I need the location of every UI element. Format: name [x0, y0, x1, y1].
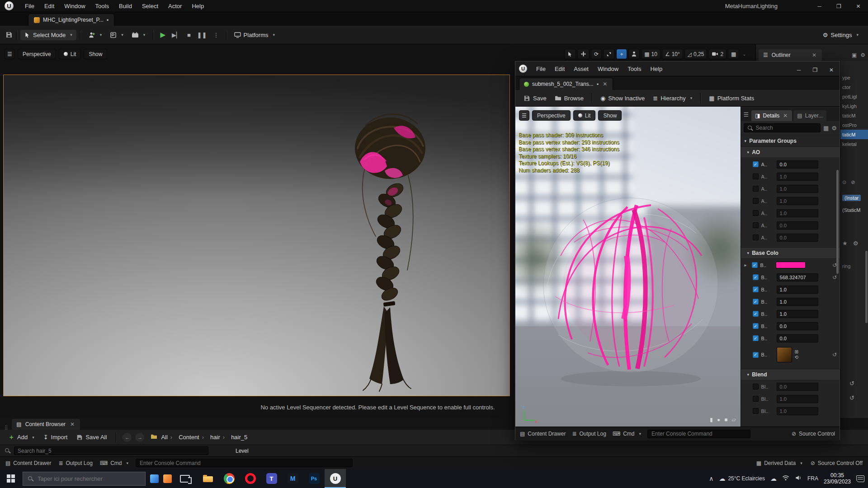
scale-snap-toggle[interactable]: ◿0,25 — [684, 49, 708, 59]
save-icon[interactable] — [5, 31, 13, 38]
tab-content-browser[interactable]: ▤ Content Browser ✕ — [12, 419, 80, 430]
show-button[interactable]: Show — [598, 110, 622, 121]
restore-icon[interactable]: ❐ — [829, 0, 849, 12]
favorite-star-icon[interactable]: ★ — [842, 240, 848, 247]
taskbar-app[interactable] — [218, 469, 240, 488]
group-header-ao[interactable]: ▾ AO — [741, 146, 840, 158]
select-mode-dropdown[interactable]: Select Mode ▾ — [20, 30, 76, 40]
parameter-groups-header[interactable]: ▾ Parameter Groups — [741, 135, 840, 146]
rotation-snap-value[interactable]: 10° — [672, 51, 680, 57]
cinematics-button[interactable]: ▾ — [127, 30, 150, 40]
parameter-search-input[interactable] — [756, 125, 817, 131]
scale-tool-icon[interactable] — [603, 49, 615, 59]
menu-item[interactable]: Window — [593, 61, 623, 76]
save-button[interactable]: Save — [520, 93, 550, 103]
settings-dropdown[interactable]: ⚙ Settings ▾ — [819, 30, 863, 40]
taskbar-search-input[interactable] — [38, 475, 141, 482]
show-button[interactable]: Show — [84, 49, 107, 59]
hierarchy-dropdown[interactable]: ≣ Hierarchy ▾ — [649, 93, 696, 103]
stop-icon[interactable]: ■ — [184, 32, 194, 38]
keyboard-language[interactable]: FRA — [807, 475, 818, 482]
rotate-tool-icon[interactable]: ⟳ — [591, 49, 602, 59]
group-header-base-color[interactable]: ▾ Base Colo — [741, 247, 840, 259]
task-view-icon[interactable] — [180, 475, 190, 483]
material-window-titlebar[interactable]: U FileEditAssetWindowToolsHelp ─ ❐ ✕ — [515, 61, 840, 76]
add-actor-button[interactable]: ▾ — [84, 30, 106, 40]
move-tool-icon[interactable] — [577, 49, 590, 59]
source-control-button[interactable]: ⊘ Source Control — [792, 431, 835, 437]
asset-search-box[interactable] — [14, 446, 208, 455]
reset-parameter-icon[interactable]: ↺ — [832, 352, 837, 358]
parameter-checkbox[interactable] — [753, 352, 759, 358]
menu-item[interactable]: Build — [114, 0, 137, 12]
volume-icon[interactable] — [795, 475, 802, 482]
parameter-search-box[interactable] — [744, 123, 821, 132]
show-inactive-button[interactable]: ◉ Show Inactive — [597, 93, 648, 103]
output-log-button[interactable]: ≣ Output Log — [58, 460, 92, 466]
menu-item[interactable]: Actor — [163, 0, 187, 12]
use-selected-icon[interactable]: ⟲ — [795, 355, 798, 360]
actor-snapping-icon[interactable] — [628, 49, 640, 59]
console-command-box[interactable] — [647, 430, 750, 438]
taskbar-app[interactable] — [240, 469, 261, 488]
panel-menu-icon[interactable]: ☰ — [744, 111, 749, 118]
search-highlight-icon[interactable] — [150, 474, 159, 483]
outliner-row[interactable]: taticM — [840, 111, 868, 120]
parameter-value-field[interactable]: 1.0 — [777, 310, 818, 318]
parameter-checkbox[interactable] — [752, 262, 758, 268]
parameter-checkbox[interactable] — [753, 174, 759, 179]
menu-item[interactable]: Asset — [569, 61, 593, 76]
camera-speed-toggle[interactable]: 2 — [708, 49, 726, 59]
grid-snap-toggle[interactable]: ▦10 — [641, 49, 660, 59]
minimize-icon[interactable]: ─ — [810, 0, 829, 12]
perspective-button[interactable]: Perspective — [532, 110, 571, 121]
taskbar-app[interactable] — [282, 469, 303, 488]
menu-item[interactable]: Edit — [550, 61, 569, 76]
menu-item[interactable]: Help — [646, 61, 667, 76]
expand-arrow-icon[interactable]: ▸ — [745, 263, 749, 267]
eject-icon[interactable]: ❚❚ — [194, 32, 210, 38]
breadcrumb-item[interactable]: hair_5 — [223, 433, 250, 441]
parameter-value-field[interactable]: 1.0 — [777, 286, 818, 294]
breadcrumb-item[interactable]: Content — [170, 433, 202, 441]
parameter-value-field[interactable]: 0.0 — [777, 221, 818, 230]
parameter-checkbox[interactable] — [753, 235, 759, 240]
minimize-icon[interactable]: ─ — [791, 63, 807, 78]
tab-lighting-preset[interactable]: MHC_LightingPreset_P... • — [28, 14, 114, 26]
reset-icon[interactable]: ↺ — [849, 380, 854, 387]
taskbar-app[interactable] — [261, 469, 282, 488]
parameter-value-field[interactable]: 1.0 — [777, 298, 818, 306]
tab-layer[interactable]: ▤ Layer... — [793, 110, 826, 121]
back-icon[interactable]: ← — [123, 433, 132, 442]
start-button[interactable] — [0, 469, 22, 488]
close-icon[interactable]: ✕ — [782, 113, 788, 119]
tab-details[interactable]: ◨ Details ✕ — [751, 110, 792, 121]
outliner-row[interactable]: taticM — [840, 130, 868, 139]
property-matrix-icon[interactable]: ▦ — [823, 125, 829, 131]
outliner-row[interactable]: potLigl — [840, 92, 868, 101]
lit-button[interactable]: Lit — [573, 110, 596, 121]
cmd-dropdown[interactable]: ⌨ Cmd ▾ — [613, 431, 641, 437]
add-button[interactable]: ＋ Add ▾ — [5, 432, 38, 443]
parameter-checkbox[interactable] — [753, 198, 759, 204]
parameter-checkbox[interactable] — [753, 274, 759, 280]
parameter-value-field[interactable]: 1.0 — [777, 407, 818, 415]
color-swatch[interactable] — [776, 262, 806, 268]
blueprints-button[interactable]: ▾ — [106, 30, 127, 40]
derived-data-button[interactable]: ▦ Derived Data ▾ — [756, 460, 802, 466]
scale-snap-value[interactable]: 0,25 — [693, 51, 704, 57]
save-all-button[interactable]: Save All — [73, 432, 110, 442]
parameter-value-field[interactable]: 1.0 — [777, 209, 818, 217]
parameter-checkbox[interactable] — [753, 335, 759, 341]
parameter-checkbox[interactable] — [753, 384, 759, 389]
grid-snap-value[interactable]: 10 — [651, 51, 657, 57]
search-input[interactable] — [18, 448, 205, 454]
menu-item[interactable]: Select — [137, 0, 163, 12]
tab-submesh-material[interactable]: submesh_5_002_Trans... • ✕ — [519, 78, 613, 90]
viewport-menu-icon[interactable]: ☰ — [5, 49, 15, 59]
hair-groom-asset[interactable] — [340, 108, 441, 392]
skip-icon[interactable]: ▶▏ — [169, 32, 184, 38]
perspective-button[interactable]: Perspective — [18, 49, 56, 59]
reset-icon[interactable]: ↺ — [849, 394, 854, 401]
news-interest-icon[interactable] — [163, 474, 172, 483]
